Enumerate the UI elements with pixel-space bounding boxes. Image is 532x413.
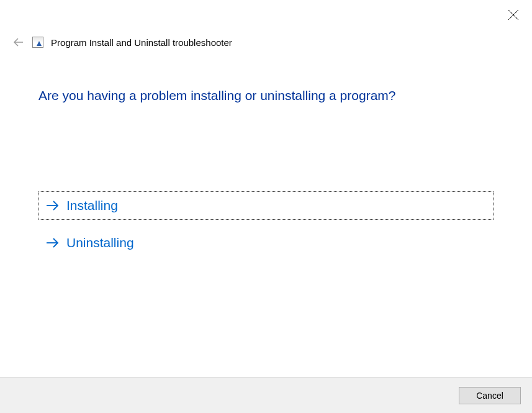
options-list: Installing Uninstalling <box>38 191 494 257</box>
troubleshooter-icon <box>32 37 43 48</box>
footer: Cancel <box>0 377 532 413</box>
back-button[interactable] <box>12 36 25 48</box>
arrow-right-icon <box>45 237 60 249</box>
cancel-button[interactable]: Cancel <box>459 387 521 404</box>
close-icon <box>508 9 519 20</box>
troubleshooter-window: Program Install and Uninstall troublesho… <box>0 0 532 413</box>
option-installing[interactable]: Installing <box>38 191 494 220</box>
option-uninstalling[interactable]: Uninstalling <box>38 229 494 257</box>
option-label: Uninstalling <box>66 235 134 250</box>
titlebar <box>0 0 532 25</box>
content-area: Are you having a problem installing or u… <box>0 48 532 377</box>
option-label: Installing <box>66 198 118 213</box>
app-title: Program Install and Uninstall troublesho… <box>51 37 232 48</box>
back-arrow-icon <box>12 36 25 48</box>
page-heading: Are you having a problem installing or u… <box>38 88 494 103</box>
arrow-right-icon <box>45 199 60 212</box>
close-button[interactable] <box>507 9 520 21</box>
header-row: Program Install and Uninstall troublesho… <box>0 25 532 48</box>
